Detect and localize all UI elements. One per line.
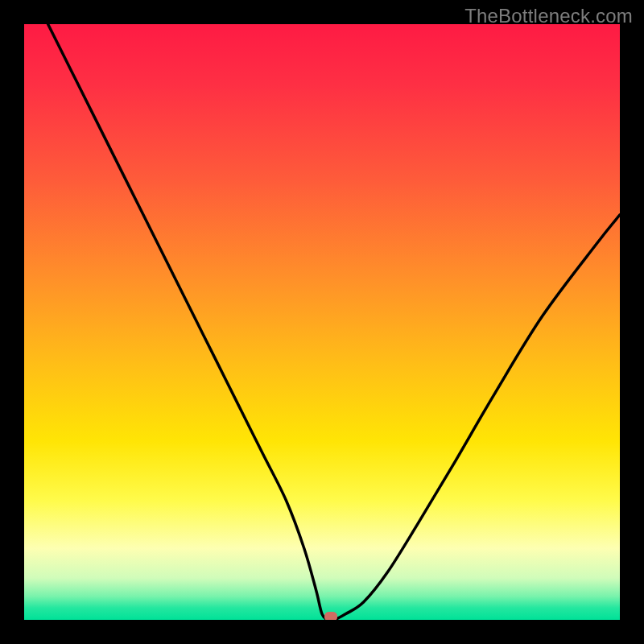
watermark-text: TheBottleneck.com: [464, 5, 633, 27]
plot-area: [24, 24, 620, 620]
bottleneck-curve: [24, 24, 620, 620]
minimum-marker: [324, 612, 337, 620]
chart-frame: TheBottleneck.com: [0, 0, 644, 644]
